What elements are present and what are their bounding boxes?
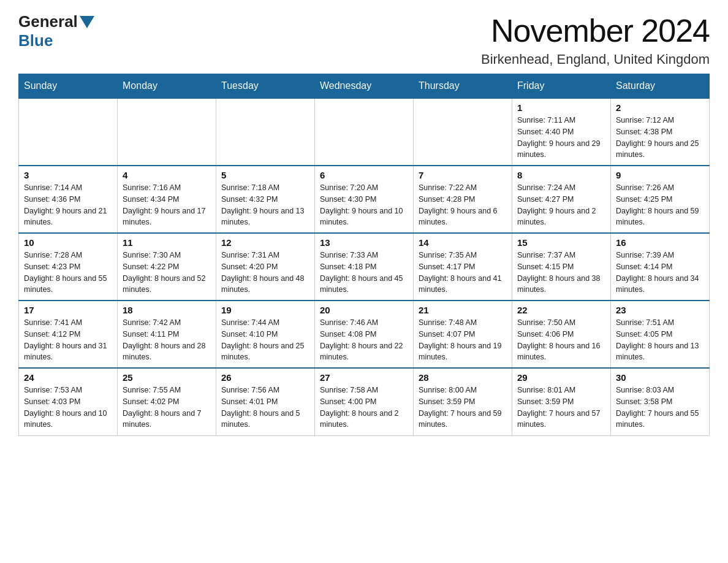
calendar-cell (19, 98, 118, 166)
calendar-cell: 12Sunrise: 7:31 AMSunset: 4:20 PMDayligh… (216, 233, 315, 301)
calendar-cell: 9Sunrise: 7:26 AMSunset: 4:25 PMDaylight… (611, 166, 710, 233)
calendar-cell: 20Sunrise: 7:46 AMSunset: 4:08 PMDayligh… (315, 301, 414, 368)
day-info: Sunrise: 7:42 AMSunset: 4:11 PMDaylight:… (123, 317, 211, 363)
calendar-table: Sunday Monday Tuesday Wednesday Thursday… (18, 74, 710, 436)
logo-triangle-icon (80, 16, 94, 28)
calendar-cell: 3Sunrise: 7:14 AMSunset: 4:36 PMDaylight… (19, 166, 118, 233)
col-sunday: Sunday (19, 74, 118, 99)
day-number: 27 (320, 372, 408, 383)
calendar-cell: 21Sunrise: 7:48 AMSunset: 4:07 PMDayligh… (414, 301, 512, 368)
calendar-cell: 16Sunrise: 7:39 AMSunset: 4:14 PMDayligh… (611, 233, 710, 301)
calendar-cell: 29Sunrise: 8:01 AMSunset: 3:59 PMDayligh… (512, 368, 611, 435)
day-number: 16 (616, 237, 704, 248)
day-number: 7 (419, 170, 507, 180)
calendar-cell: 24Sunrise: 7:53 AMSunset: 4:03 PMDayligh… (19, 368, 118, 435)
week-row-5: 24Sunrise: 7:53 AMSunset: 4:03 PMDayligh… (19, 368, 710, 435)
day-number: 20 (320, 305, 408, 315)
calendar-cell: 11Sunrise: 7:30 AMSunset: 4:22 PMDayligh… (118, 233, 216, 301)
day-info: Sunrise: 7:41 AMSunset: 4:12 PMDaylight:… (24, 317, 112, 363)
day-number: 11 (123, 237, 211, 248)
day-info: Sunrise: 7:53 AMSunset: 4:03 PMDaylight:… (24, 385, 112, 431)
day-info: Sunrise: 7:11 AMSunset: 4:40 PMDaylight:… (517, 115, 605, 161)
day-number: 3 (24, 170, 112, 180)
calendar-cell: 27Sunrise: 7:58 AMSunset: 4:00 PMDayligh… (315, 368, 414, 435)
day-number: 15 (517, 237, 605, 248)
day-info: Sunrise: 7:55 AMSunset: 4:02 PMDaylight:… (123, 385, 211, 431)
day-number: 18 (123, 305, 211, 315)
location-text: Birkenhead, England, United Kingdom (481, 52, 710, 67)
day-number: 26 (221, 372, 309, 383)
day-info: Sunrise: 8:01 AMSunset: 3:59 PMDaylight:… (517, 385, 605, 431)
calendar-cell: 14Sunrise: 7:35 AMSunset: 4:17 PMDayligh… (414, 233, 512, 301)
day-info: Sunrise: 7:16 AMSunset: 4:34 PMDaylight:… (123, 182, 211, 228)
day-info: Sunrise: 7:33 AMSunset: 4:18 PMDaylight:… (320, 250, 408, 296)
day-info: Sunrise: 7:46 AMSunset: 4:08 PMDaylight:… (320, 317, 408, 363)
title-block: November 2024 Birkenhead, England, Unite… (481, 12, 710, 67)
week-row-3: 10Sunrise: 7:28 AMSunset: 4:23 PMDayligh… (19, 233, 710, 301)
day-info: Sunrise: 7:26 AMSunset: 4:25 PMDaylight:… (616, 182, 704, 228)
day-info: Sunrise: 7:14 AMSunset: 4:36 PMDaylight:… (24, 182, 112, 228)
day-number: 14 (419, 237, 507, 248)
calendar-cell: 4Sunrise: 7:16 AMSunset: 4:34 PMDaylight… (118, 166, 216, 233)
day-number: 13 (320, 237, 408, 248)
day-info: Sunrise: 7:48 AMSunset: 4:07 PMDaylight:… (419, 317, 507, 363)
col-thursday: Thursday (414, 74, 512, 99)
day-info: Sunrise: 7:20 AMSunset: 4:30 PMDaylight:… (320, 182, 408, 228)
day-info: Sunrise: 7:24 AMSunset: 4:27 PMDaylight:… (517, 182, 605, 228)
day-info: Sunrise: 7:37 AMSunset: 4:15 PMDaylight:… (517, 250, 605, 296)
day-info: Sunrise: 7:50 AMSunset: 4:06 PMDaylight:… (517, 317, 605, 363)
col-wednesday: Wednesday (315, 74, 414, 99)
day-number: 22 (517, 305, 605, 315)
calendar-cell: 8Sunrise: 7:24 AMSunset: 4:27 PMDaylight… (512, 166, 611, 233)
day-number: 21 (419, 305, 507, 315)
day-info: Sunrise: 7:56 AMSunset: 4:01 PMDaylight:… (221, 385, 309, 431)
col-tuesday: Tuesday (216, 74, 315, 99)
logo-blue-text: Blue (18, 31, 53, 50)
calendar-cell: 6Sunrise: 7:20 AMSunset: 4:30 PMDaylight… (315, 166, 414, 233)
day-number: 2 (616, 102, 704, 113)
calendar-cell: 30Sunrise: 8:03 AMSunset: 3:58 PMDayligh… (611, 368, 710, 435)
calendar-cell: 13Sunrise: 7:33 AMSunset: 4:18 PMDayligh… (315, 233, 414, 301)
day-number: 24 (24, 372, 112, 383)
calendar-cell: 2Sunrise: 7:12 AMSunset: 4:38 PMDaylight… (611, 98, 710, 166)
day-info: Sunrise: 7:18 AMSunset: 4:32 PMDaylight:… (221, 182, 309, 228)
day-number: 28 (419, 372, 507, 383)
calendar-cell: 7Sunrise: 7:22 AMSunset: 4:28 PMDaylight… (414, 166, 512, 233)
col-friday: Friday (512, 74, 611, 99)
logo-general-text: General (18, 12, 78, 31)
day-info: Sunrise: 7:28 AMSunset: 4:23 PMDaylight:… (24, 250, 112, 296)
calendar-cell: 19Sunrise: 7:44 AMSunset: 4:10 PMDayligh… (216, 301, 315, 368)
calendar-body: 1Sunrise: 7:11 AMSunset: 4:40 PMDaylight… (19, 98, 710, 435)
day-info: Sunrise: 7:51 AMSunset: 4:05 PMDaylight:… (616, 317, 704, 363)
week-row-1: 1Sunrise: 7:11 AMSunset: 4:40 PMDaylight… (19, 98, 710, 166)
day-number: 9 (616, 170, 704, 180)
calendar-cell (118, 98, 216, 166)
calendar-cell (216, 98, 315, 166)
calendar-cell: 28Sunrise: 8:00 AMSunset: 3:59 PMDayligh… (414, 368, 512, 435)
day-number: 17 (24, 305, 112, 315)
calendar-cell: 25Sunrise: 7:55 AMSunset: 4:02 PMDayligh… (118, 368, 216, 435)
week-row-4: 17Sunrise: 7:41 AMSunset: 4:12 PMDayligh… (19, 301, 710, 368)
calendar-cell: 1Sunrise: 7:11 AMSunset: 4:40 PMDaylight… (512, 98, 611, 166)
day-info: Sunrise: 7:44 AMSunset: 4:10 PMDaylight:… (221, 317, 309, 363)
page-header: General Blue November 2024 Birkenhead, E… (18, 12, 710, 67)
day-number: 1 (517, 102, 605, 113)
calendar-cell: 23Sunrise: 7:51 AMSunset: 4:05 PMDayligh… (611, 301, 710, 368)
logo: General Blue (18, 12, 96, 50)
day-number: 10 (24, 237, 112, 248)
month-title: November 2024 (481, 12, 710, 49)
calendar-cell (414, 98, 512, 166)
calendar-cell: 26Sunrise: 7:56 AMSunset: 4:01 PMDayligh… (216, 368, 315, 435)
day-info: Sunrise: 7:22 AMSunset: 4:28 PMDaylight:… (419, 182, 507, 228)
day-info: Sunrise: 7:12 AMSunset: 4:38 PMDaylight:… (616, 115, 704, 161)
day-number: 12 (221, 237, 309, 248)
day-info: Sunrise: 8:03 AMSunset: 3:58 PMDaylight:… (616, 385, 704, 431)
calendar-cell: 10Sunrise: 7:28 AMSunset: 4:23 PMDayligh… (19, 233, 118, 301)
col-saturday: Saturday (611, 74, 710, 99)
calendar-cell: 22Sunrise: 7:50 AMSunset: 4:06 PMDayligh… (512, 301, 611, 368)
day-number: 23 (616, 305, 704, 315)
day-number: 8 (517, 170, 605, 180)
day-number: 4 (123, 170, 211, 180)
day-number: 5 (221, 170, 309, 180)
col-monday: Monday (118, 74, 216, 99)
